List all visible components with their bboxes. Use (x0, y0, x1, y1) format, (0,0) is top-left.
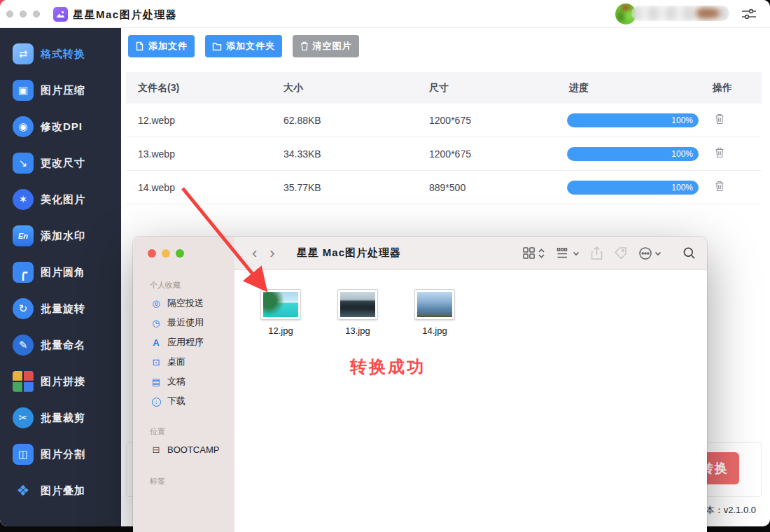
resize-icon: ↘ (13, 153, 34, 174)
row-filename: 13.webp (126, 148, 272, 160)
file-table: 文件名(3) 大小 尺寸 进度 操作 12.webp 62.88KB 1200*… (126, 72, 762, 204)
sidebar-item-image-compress[interactable]: ▣ 图片压缩 (0, 75, 121, 106)
watermark-icon: En (13, 225, 34, 246)
row-dimensions: 1200*675 (417, 148, 555, 160)
finder-zoom-button[interactable] (176, 249, 184, 258)
tag-icon[interactable] (614, 246, 627, 260)
table-row: 14.webp 35.77KB 889*500 100% (126, 171, 762, 204)
row-filename: 14.webp (126, 182, 272, 193)
row-actions (701, 147, 762, 160)
sidebar-item-watermark[interactable]: En 添加水印 (0, 220, 121, 251)
batch-rotate-icon: ↻ (13, 298, 34, 319)
finder-item-desktop[interactable]: ⊡ 桌面 (133, 352, 234, 372)
sidebar-item-batch-rotate[interactable]: ↻ 批量旋转 (0, 293, 121, 324)
finder-title: 星星 Mac图片处理器 (297, 246, 401, 260)
image-split-icon: ◫ (13, 444, 34, 465)
sidebar-item-image-stitch[interactable]: 图片拼接 (0, 366, 121, 397)
folder-icon (212, 42, 222, 51)
finder-item-bootcamp[interactable]: ⊟ BOOTCAMP (133, 440, 234, 459)
sidebar-item-batch-rename[interactable]: ✎ 批量命名 (0, 330, 121, 360)
row-dimensions: 1200*675 (417, 115, 555, 126)
search-icon[interactable] (682, 246, 696, 260)
add-file-button[interactable]: 添加文件 (128, 35, 195, 57)
finder-item-downloads[interactable]: ↓ 下载 (133, 391, 234, 411)
row-dimensions: 889*500 (417, 182, 555, 193)
finder-close-button[interactable] (148, 249, 156, 258)
finder-minimize-button[interactable] (162, 249, 170, 258)
image-compress-icon: ▣ (13, 80, 34, 101)
sidebar-item-rounded-corner[interactable]: ╭ 图片圆角 (0, 257, 121, 288)
image-stitch-icon (13, 371, 34, 392)
clear-images-button[interactable]: 清空图片 (293, 35, 359, 57)
file-thumbnail (414, 289, 455, 320)
downloads-icon: ↓ (150, 396, 162, 407)
modify-dpi-icon: ◉ (13, 116, 34, 137)
row-progress: 100% (555, 181, 701, 195)
sidebar-item-beautify[interactable]: ✶ 美化图片 (0, 184, 121, 215)
add-folder-button[interactable]: 添加文件夹 (205, 35, 282, 57)
zoom-button[interactable] (33, 10, 40, 18)
airdrop-icon: ◎ (150, 298, 162, 309)
sidebar-item-format-convert[interactable]: ⇄ 格式转换 (0, 38, 121, 69)
close-button[interactable] (6, 10, 13, 18)
row-progress: 100% (555, 113, 701, 127)
trash-icon (715, 113, 724, 125)
documents-icon: ▤ (150, 377, 162, 387)
desktop-icon: ⊡ (150, 357, 162, 368)
forward-icon[interactable]: › (263, 246, 281, 261)
more-actions-icon[interactable] (638, 246, 662, 260)
finder-item-applications[interactable]: A 应用程序 (133, 332, 234, 352)
table-row: 12.webp 62.88KB 1200*675 100% (126, 104, 762, 137)
finder-item-airdrop[interactable]: ◎ 隔空投送 (133, 293, 234, 313)
user-name-blurred (631, 6, 729, 21)
app-titlebar: 星星Mac图片处理器 (0, 0, 770, 28)
image-overlay-icon: ❖ (13, 480, 34, 501)
finder-section-tags: 标签 (150, 476, 234, 486)
back-icon[interactable]: ‹ (246, 246, 263, 261)
version-text: 本：v2.1.0.0 (706, 504, 756, 517)
group-by-icon[interactable] (556, 247, 580, 260)
row-size: 62.88KB (272, 115, 417, 126)
sidebar-item-resize[interactable]: ↘ 更改尺寸 (0, 148, 121, 178)
row-size: 35.77KB (272, 182, 417, 193)
trash-icon (715, 181, 724, 192)
view-grid-icon[interactable] (522, 246, 545, 260)
batch-crop-icon: ✂ (13, 407, 34, 428)
col-size: 大小 (272, 82, 417, 94)
file-13jpg[interactable]: 13.jpg (337, 289, 378, 336)
row-actions (701, 181, 762, 194)
applications-icon: A (150, 337, 162, 348)
batch-rename-icon: ✎ (13, 335, 34, 356)
col-dimensions: 尺寸 (417, 82, 555, 94)
sidebar-item-batch-crop[interactable]: ✂ 批量裁剪 (0, 402, 121, 433)
table-row: 13.webp 34.33KB 1200*675 100% (126, 137, 762, 171)
minimize-button[interactable] (20, 10, 27, 18)
row-size: 34.33KB (272, 148, 417, 160)
finder-sidebar: 个人收藏 ◎ 隔空投送 ◷ 最近使用 A 应用程序 ⊡ 桌面 (133, 237, 234, 532)
trash-icon (715, 147, 724, 158)
success-annotation: 转换成功 (350, 356, 426, 378)
finder-window: 个人收藏 ◎ 隔空投送 ◷ 最近使用 A 应用程序 ⊡ 桌面 (133, 237, 707, 532)
trash-icon (300, 41, 309, 51)
finder-item-documents[interactable]: ▤ 文稿 (133, 372, 234, 391)
progress-bar: 100% (567, 113, 699, 127)
row-progress: 100% (555, 147, 701, 161)
sidebar-item-modify-dpi[interactable]: ◉ 修改DPI (0, 111, 121, 142)
beautify-icon: ✶ (13, 189, 34, 210)
finder-main: ‹ › 星星 Mac图片处理器 (234, 237, 707, 532)
delete-row-button[interactable] (715, 181, 724, 192)
sidebar-item-image-overlay[interactable]: ❖ 图片叠加 (0, 475, 121, 506)
app-logo-icon (53, 7, 68, 22)
share-icon[interactable] (591, 246, 603, 260)
delete-row-button[interactable] (715, 113, 724, 125)
col-progress: 进度 (555, 82, 701, 94)
sidebar-item-image-split[interactable]: ◫ 图片分割 (0, 439, 121, 470)
file-12jpg[interactable]: 12.jpg (260, 289, 301, 336)
delete-row-button[interactable] (715, 147, 724, 158)
row-actions (701, 113, 762, 127)
app-title: 星星Mac图片处理器 (73, 8, 177, 22)
finder-item-recents[interactable]: ◷ 最近使用 (133, 313, 234, 332)
file-14jpg[interactable]: 14.jpg (414, 289, 455, 336)
settings-sliders-icon[interactable] (741, 7, 757, 21)
progress-bar: 100% (567, 147, 699, 161)
